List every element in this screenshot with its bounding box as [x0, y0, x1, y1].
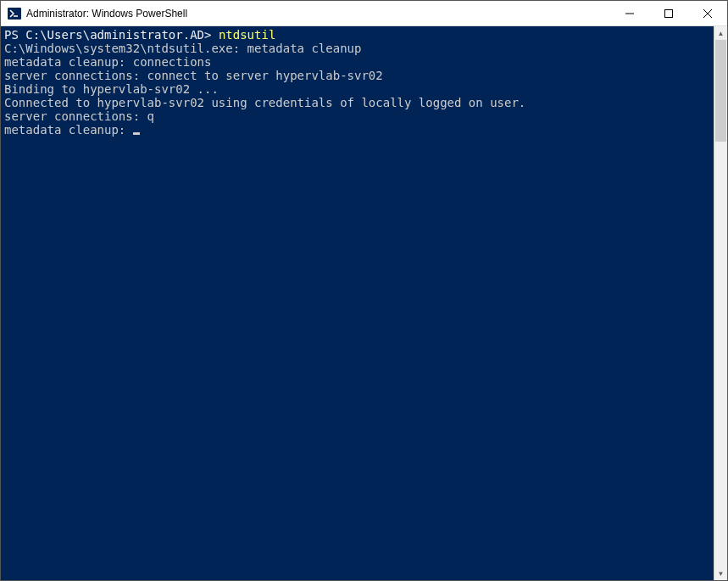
maximize-button[interactable]: [649, 1, 688, 25]
output-line: Connected to hypervlab-svr02 using crede…: [4, 96, 525, 109]
scroll-down-arrow[interactable]: ▼: [714, 567, 727, 580]
svg-rect-3: [665, 9, 673, 17]
output-line: server connections: q: [4, 109, 154, 123]
powershell-icon: [8, 7, 21, 20]
output-line: Binding to hypervlab-svr02 ...: [4, 82, 219, 96]
cursor: [133, 132, 140, 135]
window-title: Administrator: Windows PowerShell: [26, 8, 610, 20]
terminal-output[interactable]: PS C:\Users\administrator.AD> ntdsutil C…: [1, 26, 714, 580]
terminal-container: PS C:\Users\administrator.AD> ntdsutil C…: [1, 26, 727, 580]
window-controls: [610, 1, 727, 25]
output-line: C:\Windows\system32\ntdsutil.exe: metada…: [4, 42, 361, 55]
minimize-button[interactable]: [610, 1, 649, 25]
output-line: server connections: connect to server hy…: [4, 69, 383, 82]
output-line: metadata cleanup: connections: [4, 55, 211, 69]
scroll-up-arrow[interactable]: ▲: [714, 26, 727, 40]
titlebar[interactable]: Administrator: Windows PowerShell: [1, 1, 727, 26]
prompt-path: PS C:\Users\administrator.AD>: [4, 28, 219, 42]
output-line: metadata cleanup:: [4, 123, 133, 137]
vertical-scrollbar[interactable]: ▲ ▼: [714, 26, 727, 580]
close-button[interactable]: [688, 1, 727, 25]
scroll-thumb[interactable]: [715, 40, 726, 142]
prompt-command: ntdsutil: [219, 28, 275, 42]
